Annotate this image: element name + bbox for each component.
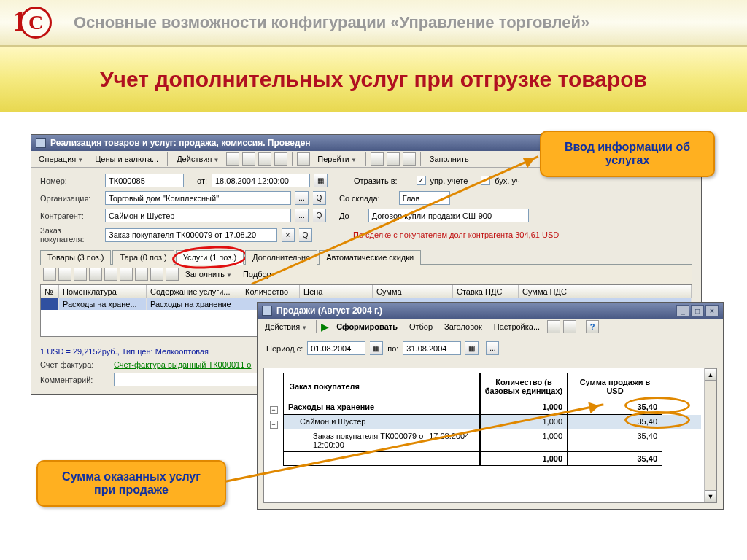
grid-header: № Номенклатура Содержание услуги... Коли… <box>41 285 692 298</box>
copy-row-icon[interactable] <box>89 268 102 281</box>
menu-actions[interactable]: Действия▼ <box>172 153 223 165</box>
order-input[interactable]: Заказ покупателя ТК000079 от 17.08.20 <box>105 228 277 242</box>
cell-nomenclature[interactable]: Расходы на хране... <box>59 298 147 310</box>
tab-services[interactable]: Услуги (1 поз.) <box>176 250 244 265</box>
upr-label: упр. учете <box>430 176 468 185</box>
move-up-icon[interactable] <box>120 268 133 281</box>
toolbar-icon[interactable] <box>547 320 560 333</box>
scrollbar[interactable]: ▲ ▼ <box>704 368 716 502</box>
toolbar-icon[interactable] <box>242 152 255 166</box>
period-from[interactable]: 01.08.2004 <box>307 341 365 355</box>
menu-actions[interactable]: Действия▼ <box>260 321 311 332</box>
tab-autodiscount[interactable]: Автоматические скидки <box>319 250 421 265</box>
contragent-label: Контрагент: <box>40 211 101 220</box>
col-content[interactable]: Содержание услуги... <box>147 285 241 298</box>
row-marker <box>41 298 59 310</box>
upr-checkbox[interactable]: ✓ <box>417 176 426 185</box>
report-header: Заказ покупателя Количество (в базовых е… <box>283 373 701 400</box>
delete-row-icon[interactable] <box>74 268 87 281</box>
toolbar-icon[interactable] <box>371 152 384 166</box>
calendar-icon[interactable]: ▦ <box>314 174 328 187</box>
report-row[interactable]: Расходы на хранение 1,000 35,40 <box>283 400 701 415</box>
tab-tara[interactable]: Тара (0 поз.) <box>112 250 174 265</box>
report-icon <box>262 306 272 316</box>
toolbar-icon[interactable] <box>166 268 179 281</box>
edit-row-icon[interactable] <box>58 268 71 281</box>
cell-content[interactable]: Расходы на хранение <box>147 298 241 310</box>
cell-qty: 1,000 <box>480 452 568 466</box>
report-row[interactable]: Заказ покупателя ТК000079 от 17.08.2004 … <box>283 429 701 452</box>
logo-1c: 1 С <box>11 5 52 40</box>
toolbar-icon[interactable] <box>150 268 163 281</box>
period-select-button[interactable]: ... <box>486 341 499 355</box>
tab-goods[interactable]: Товары (3 поз.) <box>40 250 111 265</box>
col-price[interactable]: Цена <box>300 285 373 298</box>
comment-input[interactable] <box>114 373 274 386</box>
slide-title-bar: Учет дополнительных услуг при отгрузке т… <box>0 47 747 112</box>
document-icon <box>36 138 46 148</box>
contract-label: До <box>339 211 349 220</box>
collapse-icon[interactable]: − <box>270 406 278 414</box>
add-row-icon[interactable] <box>43 268 56 281</box>
col-vat-sum[interactable]: Сумма НДС <box>519 285 692 298</box>
lookup-icon[interactable]: Q <box>313 191 326 205</box>
contragent-input[interactable]: Саймон и Шустер <box>105 209 291 222</box>
number-label: Номер: <box>40 176 101 185</box>
maximize-button[interactable]: □ <box>691 305 704 316</box>
col-num[interactable]: № <box>41 285 59 298</box>
cell-sum: 35,40 <box>568 452 662 466</box>
toolbar-icon[interactable] <box>403 152 416 166</box>
rh-qty: Количество (в базовых единицах) <box>480 373 568 400</box>
toolbar-icon[interactable] <box>387 152 400 166</box>
col-nomenclature[interactable]: Номенклатура <box>59 285 147 298</box>
org-input[interactable]: Торговый дом "Комплексный" <box>105 191 291 205</box>
win2-titlebar[interactable]: Продажи (Август 2004 г.) _ □ × <box>258 303 723 319</box>
sales-report-window: Продажи (Август 2004 г.) _ □ × Действия▼… <box>257 302 724 510</box>
menu-goto[interactable]: Перейти▼ <box>313 153 361 165</box>
menu-prices[interactable]: Цены и валюта... <box>90 153 163 165</box>
toolbar-icon[interactable] <box>297 152 310 166</box>
menu-operation[interactable]: Операция▼ <box>34 153 88 165</box>
calendar-icon[interactable]: ▦ <box>370 341 383 355</box>
minimize-button[interactable]: _ <box>676 305 689 316</box>
cell-label: Саймон и Шустер <box>283 415 480 429</box>
col-qty[interactable]: Количество <box>241 285 300 298</box>
close-button[interactable]: × <box>705 305 719 316</box>
date-input[interactable]: 18.08.2004 12:00:00 <box>212 174 310 187</box>
menu-header[interactable]: Заголовок <box>440 321 487 332</box>
clear-button[interactable]: × <box>282 228 295 242</box>
toolbar-icon[interactable] <box>104 268 117 281</box>
col-vat-rate[interactable]: Ставка НДС <box>453 285 519 298</box>
logo-c: С <box>20 7 52 39</box>
grid-toolbar: Заполнить▼ Подбор <box>40 265 692 284</box>
select-button[interactable]: ... <box>295 209 309 222</box>
number-input[interactable]: ТК000085 <box>105 174 184 187</box>
menu-fill[interactable]: Заполнить <box>425 153 473 165</box>
toolbar-icon[interactable] <box>258 152 271 166</box>
cell-label: Расходы на хранение <box>283 400 480 415</box>
menu-settings[interactable]: Настройка... <box>489 321 544 332</box>
comment-label: Комментарий: <box>40 376 109 384</box>
scroll-up-icon[interactable]: ▲ <box>705 368 716 381</box>
invoice-link[interactable]: Счет-фактура выданный ТК000011 о <box>114 360 252 369</box>
toolbar-icon[interactable] <box>274 152 287 166</box>
menu-filter[interactable]: Отбор <box>405 321 437 332</box>
warehouse-label: Со склада: <box>339 194 380 203</box>
collapse-icon[interactable]: − <box>270 421 278 429</box>
slide-title: Учет дополнительных услуг при отгрузке т… <box>100 66 647 93</box>
select-button[interactable]: ... <box>295 191 309 205</box>
toolbar-icon[interactable] <box>226 152 239 166</box>
report-total-row: 1,000 35,40 <box>283 452 701 466</box>
callout-sum: Сумма оказанных услуг при продаже <box>36 460 226 507</box>
grid-fill[interactable]: Заполнить▼ <box>181 268 236 280</box>
lookup-icon[interactable]: Q <box>313 209 326 222</box>
calendar-icon[interactable]: ▦ <box>465 341 479 355</box>
lookup-icon[interactable]: Q <box>299 228 312 242</box>
col-sum[interactable]: Сумма <box>373 285 453 298</box>
toolbar-icon[interactable] <box>563 320 576 333</box>
help-icon[interactable]: ? <box>586 320 599 333</box>
scroll-down-icon[interactable]: ▼ <box>705 490 716 502</box>
move-down-icon[interactable] <box>135 268 148 281</box>
period-to[interactable]: 31.08.2004 <box>403 341 461 355</box>
menu-form[interactable]: Сформировать <box>332 321 402 332</box>
